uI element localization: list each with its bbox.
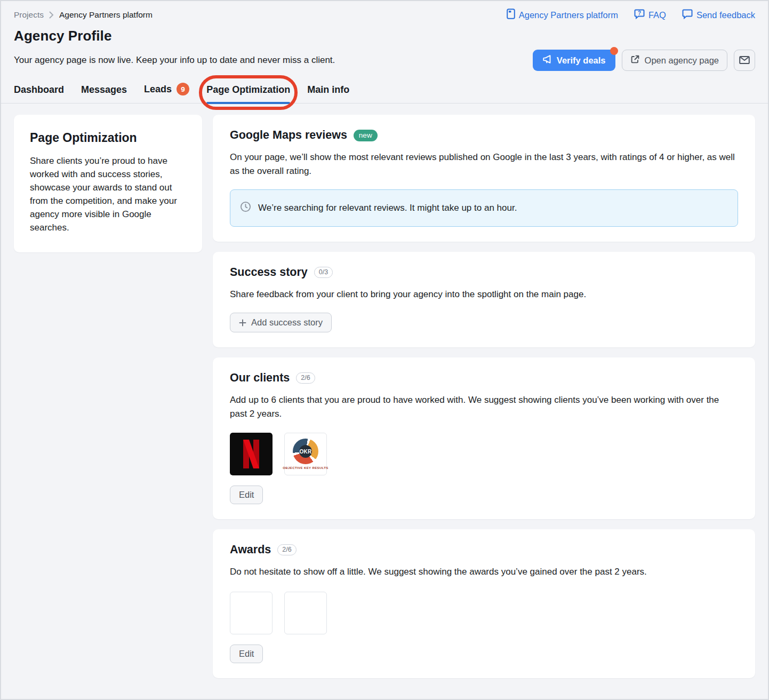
side-card-description: Share clients you’re proud to have worke… <box>30 154 186 234</box>
page-title: Agency Profile <box>14 28 755 44</box>
edit-awards-button[interactable]: Edit <box>230 645 263 663</box>
searching-reviews-banner: We’re searching for relevant reviews. It… <box>230 189 738 227</box>
header-links: Agency Partners platform ? FAQ Send feed… <box>507 9 755 21</box>
google-maps-reviews-description: On your page, we’ll show the most releva… <box>230 150 738 178</box>
content-area: Page Optimization Share clients you’re p… <box>1 104 768 690</box>
award-slots-row <box>230 592 738 634</box>
link-send-feedback[interactable]: Send feedback <box>682 9 755 21</box>
page-optimization-info-card: Page Optimization Share clients you’re p… <box>14 115 202 252</box>
our-clients-card: Our clients 2/6 Add up to 6 clients that… <box>213 357 755 519</box>
tab-leads[interactable]: Leads 9 <box>144 83 189 103</box>
add-success-story-button[interactable]: Add success story <box>230 313 332 332</box>
mail-button[interactable] <box>734 50 755 71</box>
side-card-title: Page Optimization <box>30 131 186 145</box>
award-slot-empty <box>284 592 327 634</box>
awards-description: Do not hesitate to show off a little. We… <box>230 565 738 579</box>
tab-page-optimization[interactable]: Page Optimization <box>206 84 290 103</box>
link-faq[interactable]: ? FAQ <box>634 9 666 21</box>
feedback-bubble-icon <box>682 9 693 21</box>
breadcrumb-projects[interactable]: Projects <box>14 10 44 20</box>
clock-icon <box>240 201 251 215</box>
header-actions: Verify deals Open agency page <box>533 50 755 71</box>
link-agency-partners-platform[interactable]: Agency Partners platform <box>507 9 618 21</box>
award-slot-empty <box>230 592 273 634</box>
client-logos-row: OKR OBJECTIVE KEY RESULTS <box>230 433 738 475</box>
faq-bubble-icon: ? <box>634 9 645 21</box>
our-clients-description: Add up to 6 clients that you are proud t… <box>230 393 738 421</box>
success-story-description: Share feedback from your client to bring… <box>230 288 738 301</box>
svg-text:?: ? <box>638 10 641 16</box>
breadcrumb-current: Agency Partners platform <box>59 10 153 20</box>
awards-count-badge: 2/6 <box>277 544 296 555</box>
our-clients-count-badge: 2/6 <box>296 372 315 384</box>
agency-profile-page: Projects Agency Partners platform Agency… <box>0 0 769 700</box>
awards-title: Awards <box>230 543 271 556</box>
okr-logo-caption: OBJECTIVE KEY RESULTS <box>283 466 329 470</box>
google-maps-reviews-card: Google Maps reviews new On your page, we… <box>213 115 755 242</box>
app-window-icon <box>507 9 515 21</box>
banner-text: We’re searching for relevant reviews. It… <box>258 203 517 213</box>
breadcrumb: Projects Agency Partners platform <box>14 10 153 20</box>
page-subtitle: Your agency page is now live. Keep your … <box>14 55 335 66</box>
success-story-title: Success story <box>230 266 308 279</box>
new-badge: new <box>354 130 378 141</box>
our-clients-title: Our clients <box>230 371 290 385</box>
okr-pie-icon: OKR <box>293 439 318 464</box>
success-story-count-badge: 0/3 <box>314 267 333 278</box>
awards-card: Awards 2/6 Do not hesitate to show off a… <box>213 529 755 678</box>
netflix-logo <box>230 433 273 475</box>
tab-messages[interactable]: Messages <box>81 84 127 103</box>
tab-dashboard[interactable]: Dashboard <box>14 84 64 103</box>
tab-main-info[interactable]: Main info <box>307 84 349 103</box>
chevron-right-icon <box>49 11 54 19</box>
open-agency-page-button[interactable]: Open agency page <box>622 50 727 71</box>
edit-clients-button[interactable]: Edit <box>230 486 263 504</box>
active-tab-underline <box>206 102 290 104</box>
leads-count-badge: 9 <box>177 83 189 96</box>
notification-dot <box>610 47 618 55</box>
external-link-icon <box>630 54 640 66</box>
okr-logo-center-text: OKR <box>299 445 312 458</box>
verify-deals-button[interactable]: Verify deals <box>533 50 615 71</box>
plus-icon <box>239 319 246 327</box>
okr-logo: OKR OBJECTIVE KEY RESULTS <box>284 433 327 475</box>
megaphone-icon <box>542 54 552 66</box>
page-header: Projects Agency Partners platform Agency… <box>1 1 768 71</box>
tab-bar: Dashboard Messages Leads 9 Page Optimiza… <box>1 71 768 104</box>
envelope-icon <box>739 54 750 67</box>
section-cards-column: Google Maps reviews new On your page, we… <box>213 115 755 678</box>
success-story-card: Success story 0/3 Share feedback from yo… <box>213 252 755 347</box>
google-maps-reviews-title: Google Maps reviews <box>230 129 347 142</box>
